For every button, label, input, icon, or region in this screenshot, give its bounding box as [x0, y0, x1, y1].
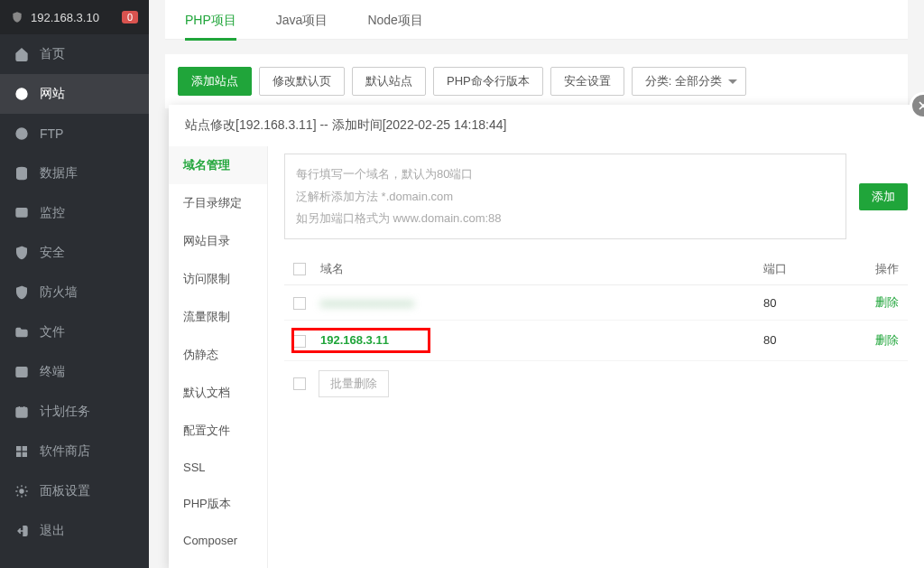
select-all-checkbox[interactable] — [293, 263, 306, 275]
modal-content: 每行填写一个域名，默认为80端口 泛解析添加方法 *.domain.com 如另… — [268, 146, 924, 568]
modal-nav-defaultdoc[interactable]: 默认文档 — [169, 374, 267, 412]
nav-terminal[interactable]: 终端 — [0, 352, 149, 392]
nav-files[interactable]: 文件 — [0, 312, 149, 352]
security-settings-button[interactable]: 安全设置 — [550, 67, 624, 96]
database-icon — [14, 166, 29, 181]
table-row: xxxxxxxxxxxxxxxx 80 删除 — [284, 285, 908, 321]
batch-row: 批量删除 — [284, 361, 908, 406]
batch-delete-button[interactable]: 批量删除 — [319, 370, 389, 397]
nav-security[interactable]: 安全 — [0, 233, 149, 273]
modal-nav-phpver[interactable]: PHP版本 — [169, 485, 267, 523]
domain-table: 域名 端口 操作 xxxxxxxxxxxxxxxx 80 删除 192.168.… — [284, 254, 908, 406]
modal-nav-rewrite[interactable]: 伪静态 — [169, 336, 267, 374]
modify-default-button[interactable]: 修改默认页 — [259, 67, 345, 96]
php-cli-button[interactable]: PHP命令行版本 — [433, 67, 543, 96]
nav-label: 安全 — [40, 245, 65, 261]
delete-link[interactable]: 删除 — [845, 332, 899, 349]
settings-icon — [14, 484, 29, 498]
delete-link[interactable]: 删除 — [845, 294, 899, 311]
nav-database[interactable]: 数据库 — [0, 154, 149, 193]
sidebar: 192.168.3.10 0 首页 网站 FTP 数据库 监控 安全 防火墙 文… — [0, 0, 149, 568]
modal-title: 站点修改[192.168.3.11] -- 添加时间[2022-02-25 14… — [169, 105, 924, 146]
svg-point-10 — [20, 489, 23, 493]
nav-label: 网站 — [40, 86, 65, 102]
table-row: 192.168.3.11 80 删除 — [284, 321, 908, 361]
nav-firewall[interactable]: 防火墙 — [0, 273, 149, 312]
nav-settings[interactable]: 面板设置 — [0, 471, 149, 511]
row-checkbox[interactable] — [293, 335, 306, 348]
domain-cell: xxxxxxxxxxxxxxxx — [320, 296, 763, 310]
site-edit-modal: 站点修改[192.168.3.11] -- 添加时间[2022-02-25 14… — [169, 105, 924, 568]
nav-store[interactable]: 软件商店 — [0, 432, 149, 471]
nav-logout[interactable]: 退出 — [0, 511, 149, 551]
batch-checkbox[interactable] — [293, 377, 306, 390]
tabs-bar: PHP项目 Java项目 Node项目 — [165, 0, 908, 40]
port-cell: 80 — [763, 333, 845, 347]
nav-monitor[interactable]: 监控 — [0, 193, 149, 233]
nav-label: 数据库 — [40, 165, 78, 182]
placeholder-line: 如另加端口格式为 www.domain.com:88 — [296, 208, 835, 230]
globe-icon — [14, 87, 29, 101]
nav-label: 首页 — [40, 46, 65, 62]
domain-textarea[interactable]: 每行填写一个域名，默认为80端口 泛解析添加方法 *.domain.com 如另… — [284, 154, 846, 239]
sidebar-header: 192.168.3.10 0 — [0, 0, 149, 34]
port-cell: 80 — [763, 296, 845, 310]
shield-icon — [11, 10, 23, 24]
nav-ftp[interactable]: FTP — [0, 114, 149, 154]
nav-label: 终端 — [40, 364, 65, 380]
terminal-icon — [14, 365, 29, 379]
default-site-button[interactable]: 默认站点 — [352, 67, 426, 96]
ftp-icon — [14, 126, 29, 141]
add-domain-button[interactable]: 添加 — [859, 183, 908, 210]
nav-label: 监控 — [40, 205, 65, 221]
modal-body: 域名管理 子目录绑定 网站目录 访问限制 流量限制 伪静态 默认文档 配置文件 … — [169, 146, 924, 568]
schedule-icon — [14, 405, 29, 419]
shield-check-icon — [14, 246, 29, 260]
nav-label: 软件商店 — [40, 443, 90, 460]
nav-label: 文件 — [40, 324, 65, 340]
svg-rect-9 — [23, 452, 26, 456]
modal-nav-tomcat[interactable]: Tomcat — [169, 558, 267, 568]
table-header: 域名 端口 操作 — [284, 254, 908, 285]
svg-rect-6 — [17, 447, 21, 451]
header-action: 操作 — [845, 261, 899, 277]
row-checkbox[interactable] — [293, 297, 306, 310]
modal-nav-access[interactable]: 访问限制 — [169, 260, 267, 298]
nav-home[interactable]: 首页 — [0, 34, 149, 74]
server-ip: 192.168.3.10 — [31, 11, 122, 24]
modal-nav-composer[interactable]: Composer — [169, 523, 267, 558]
nav-label: 面板设置 — [40, 483, 90, 499]
tab-php[interactable]: PHP项目 — [165, 0, 256, 40]
placeholder-line: 每行填写一个域名，默认为80端口 — [296, 163, 835, 186]
tab-java[interactable]: Java项目 — [256, 0, 348, 40]
modal-nav-webdir[interactable]: 网站目录 — [169, 222, 267, 260]
placeholder-line: 泛解析添加方法 *.domain.com — [296, 186, 835, 209]
modal-nav-traffic[interactable]: 流量限制 — [169, 298, 267, 336]
exit-icon — [14, 524, 29, 538]
modal-nav-subdir[interactable]: 子目录绑定 — [169, 184, 267, 222]
header-port: 端口 — [763, 261, 845, 277]
modal-nav-domain[interactable]: 域名管理 — [169, 146, 267, 184]
tab-node[interactable]: Node项目 — [347, 0, 442, 40]
main-area: PHP项目 Java项目 Node项目 添加站点 修改默认页 默认站点 PHP命… — [149, 0, 924, 568]
modal-nav-ssl[interactable]: SSL — [169, 450, 267, 485]
toolbar: 添加站点 修改默认页 默认站点 PHP命令行版本 安全设置 分类: 全部分类 — [165, 54, 908, 108]
category-dropdown[interactable]: 分类: 全部分类 — [632, 67, 746, 96]
nav-label: 防火墙 — [40, 284, 78, 301]
nav-label: 退出 — [40, 523, 65, 539]
close-icon — [917, 99, 924, 112]
domain-input-row: 每行填写一个域名，默认为80端口 泛解析添加方法 *.domain.com 如另… — [284, 154, 908, 239]
nav-cron[interactable]: 计划任务 — [0, 392, 149, 432]
domain-cell: 192.168.3.11 — [320, 330, 429, 350]
nav-website[interactable]: 网站 — [0, 74, 149, 114]
notification-badge[interactable]: 0 — [122, 11, 138, 23]
modal-nav-config[interactable]: 配置文件 — [169, 412, 267, 450]
svg-rect-4 — [16, 368, 27, 377]
add-site-button[interactable]: 添加站点 — [178, 67, 252, 96]
svg-rect-5 — [16, 407, 27, 417]
grid-icon — [14, 444, 29, 459]
svg-rect-7 — [23, 447, 26, 451]
folder-icon — [14, 325, 29, 340]
nav-label: 计划任务 — [40, 404, 90, 420]
nav-label: FTP — [40, 126, 63, 141]
